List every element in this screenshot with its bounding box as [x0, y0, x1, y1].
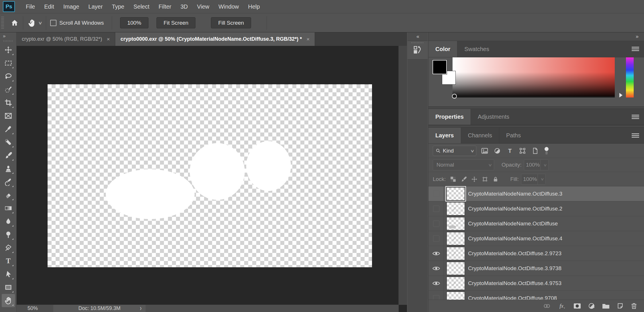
menu-layer[interactable]: Layer [84, 0, 107, 13]
all-lock-icon[interactable] [492, 176, 499, 182]
clone-stamp-tool[interactable] [2, 162, 15, 175]
link-layers-icon[interactable] [543, 303, 551, 309]
brush-tool[interactable] [2, 149, 15, 162]
canvas-area[interactable] [17, 46, 399, 305]
smart-object-filter-icon[interactable] [531, 147, 539, 154]
color-saturation-field[interactable] [453, 57, 615, 98]
visibility-toggle[interactable] [428, 246, 444, 261]
tab-properties[interactable]: Properties [428, 109, 471, 125]
layer-thumbnail[interactable] [447, 247, 465, 260]
layer-row[interactable]: CryptoMaterialNode.OctDiffuse.3.9738 [428, 261, 644, 276]
tab-layers[interactable]: Layers [428, 128, 461, 143]
group-layers-icon[interactable] [602, 303, 610, 309]
crop-tool[interactable] [2, 96, 15, 109]
expand-panels-icon[interactable]: » [428, 32, 644, 41]
canvas[interactable] [48, 84, 372, 267]
layer-thumbnail[interactable] [447, 217, 465, 230]
layer-row[interactable]: CryptoMaterialNodeName.OctDiffuse.3 [428, 186, 644, 201]
panel-menu-icon[interactable] [632, 115, 639, 119]
menu-help[interactable]: Help [243, 0, 264, 13]
layer-row[interactable]: CryptoMaterialNodeName.OctDiffuse.2 [428, 201, 644, 216]
layer-row[interactable]: CryptoMaterialNodeName.OctDiffuse [428, 216, 644, 231]
shape-layer-filter-icon[interactable] [518, 147, 527, 154]
fill-field[interactable]: 100% ∨ [521, 174, 546, 185]
opacity-field[interactable]: 100% ∨ [524, 159, 549, 170]
quick-selection-tool[interactable] [2, 83, 15, 96]
tab-swatches[interactable]: Swatches [457, 41, 496, 57]
collapse-panels-icon[interactable]: « [408, 32, 428, 41]
eraser-tool[interactable] [2, 188, 15, 202]
toolbar-collapse-icon[interactable]: » [0, 32, 16, 40]
close-icon[interactable]: × [306, 36, 310, 42]
menu-3d[interactable]: 3D [176, 0, 193, 13]
gradient-tool[interactable] [2, 202, 15, 215]
history-brush-tool[interactable] [2, 175, 15, 188]
document-tab-crypto0000[interactable]: crypto0000.exr @ 50% (CryptoMaterialNode… [115, 32, 315, 46]
color-picker-ring[interactable] [452, 94, 457, 99]
visibility-toggle[interactable] [428, 216, 444, 231]
dodge-tool[interactable] [2, 228, 15, 241]
foreground-color-swatch[interactable] [432, 60, 447, 74]
panel-divider[interactable] [428, 106, 644, 109]
fit-screen-button[interactable]: Fit Screen [156, 17, 196, 28]
layer-name[interactable]: CryptoMaterialNode.OctDiffuse.2.9723 [468, 250, 561, 257]
hue-slider[interactable] [626, 57, 634, 98]
position-lock-icon[interactable] [471, 176, 477, 182]
scroll-all-windows-checkbox[interactable] [50, 20, 56, 26]
pixel-lock-icon[interactable] [461, 176, 467, 182]
tab-adjustments[interactable]: Adjustments [471, 109, 516, 125]
filter-toggle-icon[interactable] [542, 147, 551, 155]
pen-tool[interactable] [2, 241, 15, 254]
visibility-toggle[interactable] [428, 261, 444, 276]
menu-filter[interactable]: Filter [154, 0, 176, 13]
zoom-level-field[interactable]: 50% [28, 305, 53, 311]
transparency-lock-icon[interactable] [450, 176, 456, 182]
vertical-scrollbar[interactable] [398, 46, 407, 305]
document-tab-crypto[interactable]: crypto.exr @ 50% (RGB, RGB/32*) × [17, 32, 115, 46]
layer-thumbnail[interactable] [447, 187, 465, 200]
layer-row[interactable]: CryptoMaterialNodeName.OctDiffuse.4 [428, 231, 644, 246]
delete-layer-icon[interactable] [631, 303, 637, 309]
tab-color[interactable]: Color [428, 41, 457, 57]
hand-icon[interactable] [27, 18, 36, 28]
new-layer-icon[interactable] [617, 303, 624, 309]
move-tool[interactable] [2, 43, 15, 56]
chevron-down-icon[interactable]: ∨ [38, 20, 42, 26]
rectangular-marquee-tool[interactable] [2, 56, 15, 70]
menu-image[interactable]: Image [59, 0, 84, 13]
history-panel-icon[interactable] [413, 45, 422, 56]
eyedropper-tool[interactable] [2, 122, 15, 136]
menu-select[interactable]: Select [129, 0, 154, 13]
status-expand-icon[interactable]: › [140, 304, 142, 312]
blur-tool[interactable] [2, 215, 15, 228]
blend-mode-dropdown[interactable]: Normal ∨ [433, 159, 494, 170]
tab-paths[interactable]: Paths [499, 128, 528, 143]
panel-grip[interactable] [411, 42, 424, 43]
menu-view[interactable]: View [192, 0, 214, 13]
layer-name[interactable]: CryptoMaterialNodeName.OctDiffuse.4 [468, 235, 562, 242]
panel-divider[interactable] [428, 125, 644, 128]
layer-name[interactable]: CryptoMaterialNodeName.OctDiffuse.2 [468, 206, 562, 212]
zoom-100-button[interactable]: 100% [120, 17, 148, 28]
menu-file[interactable]: File [21, 0, 40, 13]
pixel-layer-filter-icon[interactable] [480, 147, 489, 155]
layer-row[interactable]: CryptoMaterialNode.OctDiffuse.2.9723 [428, 246, 644, 261]
hue-pointer-icon[interactable] [619, 93, 623, 98]
menu-edit[interactable]: Edit [40, 0, 58, 13]
adjustment-layer-filter-icon[interactable] [493, 147, 502, 154]
layer-thumbnail[interactable] [447, 277, 465, 290]
menu-type[interactable]: Type [107, 0, 129, 13]
artboard-lock-icon[interactable] [482, 176, 488, 182]
tab-channels[interactable]: Channels [461, 128, 500, 143]
close-icon[interactable]: × [107, 36, 110, 42]
visibility-toggle[interactable] [428, 186, 444, 201]
hand-tool[interactable] [2, 294, 15, 307]
visibility-toggle[interactable] [428, 231, 444, 246]
toolbar-grip[interactable] [3, 40, 13, 42]
panel-menu-icon[interactable] [632, 133, 639, 138]
path-selection-tool[interactable] [2, 268, 15, 281]
layer-mask-icon[interactable] [573, 303, 581, 309]
layer-name[interactable]: CryptoMaterialNodeName.OctDiffuse [468, 221, 558, 227]
menu-window[interactable]: Window [214, 0, 243, 13]
kind-filter-dropdown[interactable]: Kind ∨ [433, 146, 476, 156]
